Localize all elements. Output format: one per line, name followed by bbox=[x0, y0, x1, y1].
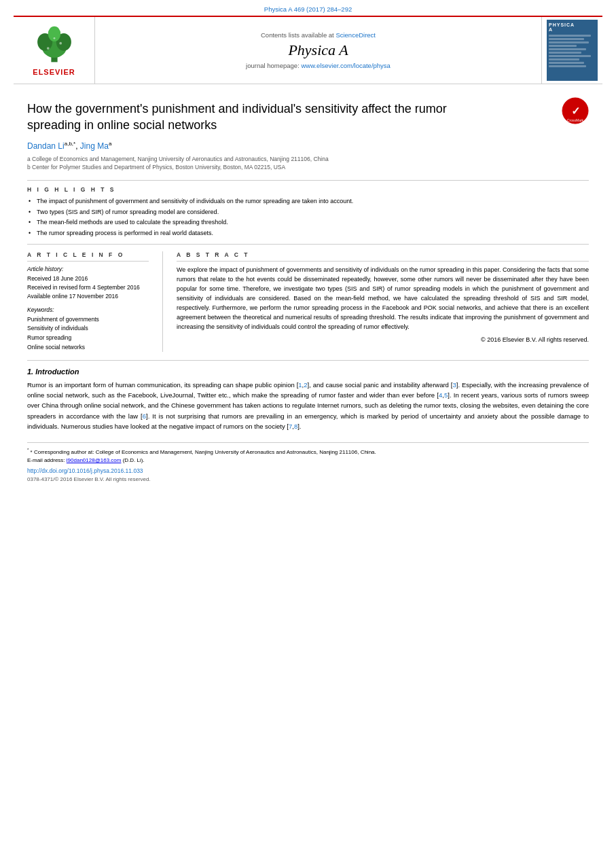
highlight-item-4: The rumor spreading process is performed… bbox=[27, 229, 589, 238]
elsevier-tree-icon bbox=[27, 24, 81, 65]
keyword-1: Punishment of governments bbox=[27, 315, 149, 325]
revised-date: Received in revised form 4 September 201… bbox=[27, 283, 149, 292]
svg-point-7 bbox=[53, 37, 55, 39]
author1-sup: a,b,* bbox=[65, 141, 75, 147]
journal-header: ELSEVIER Contents lists available at Sci… bbox=[14, 16, 602, 84]
cover-thumbnail: PHYSICAA bbox=[547, 20, 598, 81]
keywords-label: Keywords: bbox=[27, 306, 149, 313]
footnote-area: * * Corresponding author at: College of … bbox=[27, 442, 589, 482]
keyword-3: Rumor spreading bbox=[27, 334, 149, 343]
ref-5[interactable]: 5 bbox=[444, 391, 448, 399]
intro-heading: 1. Introduction bbox=[27, 368, 589, 376]
abstract-label: A B S T R A C T bbox=[177, 251, 589, 262]
authors-line: Dandan Lia,b,*, Jing Maa bbox=[27, 141, 589, 151]
cover-title-text: PHYSICAA bbox=[547, 20, 598, 33]
issn-text: 0378-4371/© 2016 Elsevier B.V. All right… bbox=[27, 476, 589, 482]
keyword-4: Online social networks bbox=[27, 343, 149, 353]
abstract-column: A B S T R A C T We explore the impact of… bbox=[163, 251, 589, 352]
ref-1[interactable]: 1 bbox=[298, 381, 302, 389]
highlights-label: H I G H L I G H T S bbox=[27, 186, 589, 193]
info-abstract-columns: A R T I C L E I N F O Article history: R… bbox=[27, 244, 589, 352]
svg-point-6 bbox=[59, 42, 62, 45]
ref-3[interactable]: 3 bbox=[452, 381, 456, 389]
article-title: How the government's punishment and indi… bbox=[27, 101, 469, 134]
introduction-section: 1. Introduction Rumor is an important fo… bbox=[27, 360, 589, 431]
cover-decoration bbox=[547, 33, 598, 70]
title-area: ✓ CrossMark How the government's punishm… bbox=[27, 101, 589, 134]
highlights-section: H I G H L I G H T S The impact of punish… bbox=[27, 180, 589, 237]
abstract-text: We explore the impact of punishment of g… bbox=[177, 266, 589, 332]
svg-text:✓: ✓ bbox=[571, 105, 580, 117]
top-citation: Physica A 469 (2017) 284–292 bbox=[0, 0, 616, 16]
author1-link[interactable]: Dandan Li bbox=[27, 141, 65, 151]
affiliation-b: b Center for Polymer Studies and Departm… bbox=[27, 163, 589, 172]
footnote-star: * bbox=[27, 448, 29, 452]
highlight-item-1: The impact of punishment of government a… bbox=[27, 197, 589, 206]
citation-text: Physica A 469 (2017) 284–292 bbox=[264, 5, 352, 13]
svg-text:CrossMark: CrossMark bbox=[567, 118, 584, 122]
affiliation-a: a College of Economics and Management, N… bbox=[27, 155, 589, 164]
science-direct-line: Contents lists available at ScienceDirec… bbox=[261, 31, 376, 39]
affiliations: a College of Economics and Management, N… bbox=[27, 155, 589, 173]
journal-title: Physica A bbox=[288, 41, 348, 59]
ref-4[interactable]: 4 bbox=[439, 391, 442, 399]
elsevier-logo-area: ELSEVIER bbox=[14, 17, 95, 84]
ref-7[interactable]: 7 bbox=[289, 423, 292, 430]
highlights-list: The impact of punishment of government a… bbox=[27, 197, 589, 237]
corresponding-footnote: * * Corresponding author at: College of … bbox=[27, 447, 589, 465]
received-date: Received 18 June 2016 bbox=[27, 274, 149, 283]
intro-paragraph: Rumor is an important form of human comm… bbox=[27, 380, 589, 431]
keyword-2: Sensitivity of individuals bbox=[27, 324, 149, 334]
crossmark-badge: ✓ CrossMark bbox=[562, 97, 589, 126]
journal-cover: PHYSICAA bbox=[541, 17, 602, 84]
highlight-item-3: The mean-field methods are used to calcu… bbox=[27, 218, 589, 227]
abstract-copyright: © 2016 Elsevier B.V. All rights reserved… bbox=[177, 336, 589, 343]
available-date: Available online 17 November 2016 bbox=[27, 292, 149, 301]
science-direct-link[interactable]: ScienceDirect bbox=[336, 31, 376, 39]
ref-2[interactable]: 2 bbox=[304, 381, 307, 389]
author2-link[interactable]: Jing Ma bbox=[80, 141, 109, 151]
ref-6[interactable]: 6 bbox=[143, 412, 146, 420]
doi-link[interactable]: http://dx.doi.org/10.1016/j.physa.2016.1… bbox=[27, 467, 589, 474]
main-content: ✓ CrossMark How the government's punishm… bbox=[0, 84, 616, 489]
author2-sup: a bbox=[109, 141, 111, 147]
highlight-item-2: Two types (SIS and SIR) of rumor spreadi… bbox=[27, 208, 589, 217]
article-info-column: A R T I C L E I N F O Article history: R… bbox=[27, 251, 163, 352]
ref-8[interactable]: 8 bbox=[294, 423, 297, 430]
email-link[interactable]: l90dan0128@163.com bbox=[67, 457, 122, 463]
crossmark-icon: ✓ CrossMark bbox=[562, 97, 589, 124]
page: Physica A 469 (2017) 284–292 ELSEVIER C bbox=[0, 0, 616, 841]
svg-point-5 bbox=[46, 47, 49, 50]
history-label: Article history: bbox=[27, 266, 149, 272]
journal-info-center: Contents lists available at ScienceDirec… bbox=[95, 17, 541, 84]
journal-homepage-line: journal homepage: www.elsevier.com/locat… bbox=[246, 62, 391, 69]
elsevier-wordmark: ELSEVIER bbox=[33, 68, 75, 76]
article-info-label: A R T I C L E I N F O bbox=[27, 251, 149, 262]
journal-homepage-link[interactable]: www.elsevier.com/locate/physa bbox=[301, 62, 390, 69]
